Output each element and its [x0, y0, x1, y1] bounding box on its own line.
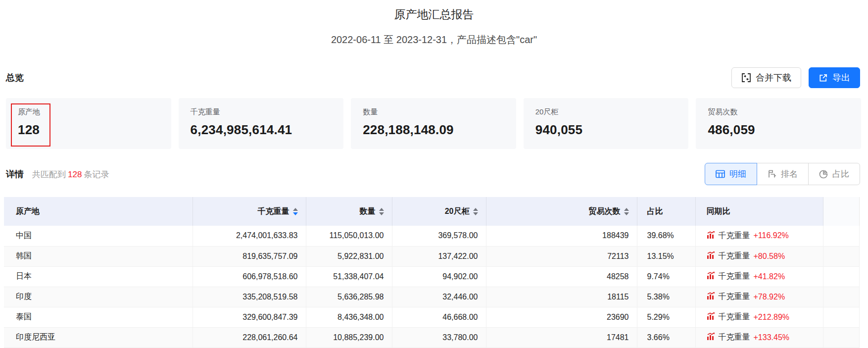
yoy-metric-label: 千克重量	[719, 292, 750, 302]
col-header-teu[interactable]: 20尺柜	[392, 197, 486, 226]
yoy-percent: +116.92%	[754, 231, 789, 240]
export-icon	[819, 73, 828, 83]
table-row: 中国 2,474,001,633.83 115,050,013.00 369,5…	[4, 226, 859, 246]
cell-origin: 日本	[4, 266, 193, 287]
table-header-row: 原产地千克重量数量20尺柜贸易次数占比同期比	[4, 197, 859, 226]
merge-cells-icon	[741, 73, 751, 83]
stat-card: 数量 228,188,148.09	[351, 98, 516, 149]
cell-share: 39.68%	[637, 226, 695, 246]
stat-card-value: 6,234,985,614.41	[191, 122, 336, 138]
sort-carets-icon[interactable]	[379, 208, 384, 215]
merge-download-button[interactable]: 合并下载	[731, 67, 801, 88]
match-suffix: 条记录	[84, 170, 109, 179]
table-icon	[716, 170, 725, 178]
sort-carets-icon[interactable]	[293, 208, 298, 215]
yoy-percent: +133.45%	[754, 333, 790, 342]
tab-label: 排名	[781, 168, 798, 180]
col-header-weight[interactable]: 千克重量	[193, 197, 306, 226]
table-row: 印度 335,208,519.58 5,636,285.98 32,446.00…	[4, 287, 859, 307]
tab-share[interactable]: 占比	[808, 163, 860, 185]
cell-quantity: 10,885,239.00	[306, 327, 392, 348]
cell-origin: 韩国	[4, 246, 193, 266]
stat-card-label: 千克重量	[191, 107, 336, 117]
cell-teu: 32,446.00	[392, 287, 486, 307]
stat-card-value: 228,188,148.09	[363, 122, 508, 138]
cell-weight: 606,978,518.60	[193, 266, 306, 287]
cell-teu: 137,422.00	[392, 246, 486, 266]
report-page: 原产地汇总报告 2022-06-11 至 2023-12-31，产品描述包含"c…	[0, 0, 868, 348]
cell-origin: 印度	[4, 287, 193, 307]
cell-yoy: 千克重量 +41.82%	[695, 266, 823, 287]
col-header-label: 千克重量	[258, 207, 289, 215]
cell-share: 9.74%	[637, 266, 695, 287]
yoy-percent: +41.82%	[754, 272, 785, 281]
cell-yoy: 千克重量 +212.89%	[695, 307, 823, 327]
pie-icon	[819, 170, 828, 179]
tab-label: 占比	[832, 168, 849, 180]
cell-trades: 23690	[486, 307, 637, 327]
page-subtitle: 2022-06-11 至 2023-12-31，产品描述包含"car"	[0, 33, 868, 47]
cell-yoy: 千克重量 +133.45%	[695, 327, 823, 348]
table-row: 印度尼西亚 228,061,260.64 10,885,239.00 33,78…	[4, 327, 859, 348]
detail-heading-group: 详情 共匹配到128条记录	[6, 168, 109, 180]
detail-heading: 详情	[6, 168, 24, 180]
export-button[interactable]: 导出	[809, 67, 860, 88]
col-header-trades[interactable]: 贸易次数	[486, 197, 637, 226]
table-body: 中国 2,474,001,633.83 115,050,013.00 369,5…	[4, 226, 859, 348]
yoy-metric-label: 千克重量	[719, 312, 750, 322]
cell-weight: 819,635,757.09	[193, 246, 306, 266]
match-record-text: 共匹配到128条记录	[32, 169, 109, 180]
origin-report-table: 原产地千克重量数量20尺柜贸易次数占比同期比 中国 2,474,001,633.…	[4, 197, 860, 348]
yoy-metric-label: 千克重量	[719, 271, 750, 282]
cell-quantity: 5,922,831.00	[306, 246, 392, 266]
yoy-indicator: 千克重量 +80.58%	[707, 251, 785, 261]
tab-ranking[interactable]: 排名	[757, 163, 809, 185]
rising-chart-icon	[707, 251, 715, 261]
cell-teu: 94,902.00	[392, 266, 486, 287]
yoy-metric-label: 千克重量	[719, 332, 750, 343]
col-header-label: 数量	[360, 207, 376, 215]
col-header-label: 占比	[647, 207, 663, 215]
stat-card-value: 128	[18, 122, 163, 138]
tab-detail[interactable]: 明细	[705, 163, 757, 185]
cell-yoy: 千克重量 +78.92%	[695, 287, 823, 307]
col-header-label: 原产地	[16, 207, 40, 215]
rising-chart-icon	[707, 292, 715, 302]
cell-yoy: 千克重量 +116.92%	[695, 226, 823, 246]
table-row: 韩国 819,635,757.09 5,922,831.00 137,422.0…	[4, 246, 859, 266]
yoy-percent: +212.89%	[754, 313, 790, 322]
col-header-quantity[interactable]: 数量	[306, 197, 392, 226]
cell-filler	[823, 266, 859, 287]
rising-chart-icon	[707, 271, 715, 282]
rising-chart-icon	[707, 332, 715, 343]
rising-chart-icon	[707, 312, 715, 322]
cell-origin: 印度尼西亚	[4, 327, 193, 348]
cell-quantity: 115,050,013.00	[306, 226, 392, 246]
cell-filler	[823, 327, 859, 348]
cell-weight: 329,600,847.39	[193, 307, 306, 327]
yoy-indicator: 千克重量 +116.92%	[707, 231, 789, 241]
yoy-indicator: 千克重量 +78.92%	[707, 292, 785, 302]
cell-trades: 18115	[486, 287, 637, 307]
match-count: 128	[66, 170, 84, 179]
match-prefix: 共匹配到	[32, 170, 66, 179]
cell-share: 5.29%	[637, 307, 695, 327]
stat-card-label: 贸易次数	[708, 107, 853, 117]
sort-carets-icon[interactable]	[624, 208, 629, 215]
cell-origin: 中国	[4, 226, 193, 246]
cell-weight: 335,208,519.58	[193, 287, 306, 307]
col-header-origin: 原产地	[4, 197, 193, 226]
yoy-percent: +80.58%	[754, 252, 785, 261]
yoy-percent: +78.92%	[754, 293, 785, 301]
view-tab-group: 明细排名占比	[705, 163, 860, 185]
cell-teu: 46,668.00	[392, 307, 486, 327]
sort-carets-icon[interactable]	[473, 208, 478, 215]
detail-section-header: 详情 共匹配到128条记录 明细排名占比	[6, 163, 860, 185]
stat-card-value: 940,055	[535, 122, 681, 138]
cell-filler	[823, 287, 859, 307]
col-header-label: 20尺柜	[445, 207, 470, 215]
cell-quantity: 51,338,407.04	[306, 266, 392, 287]
cell-trades: 48258	[486, 266, 637, 287]
stat-card-label: 20尺柜	[535, 107, 681, 117]
table-row: 泰国 329,600,847.39 8,436,348.00 46,668.00…	[4, 307, 859, 327]
